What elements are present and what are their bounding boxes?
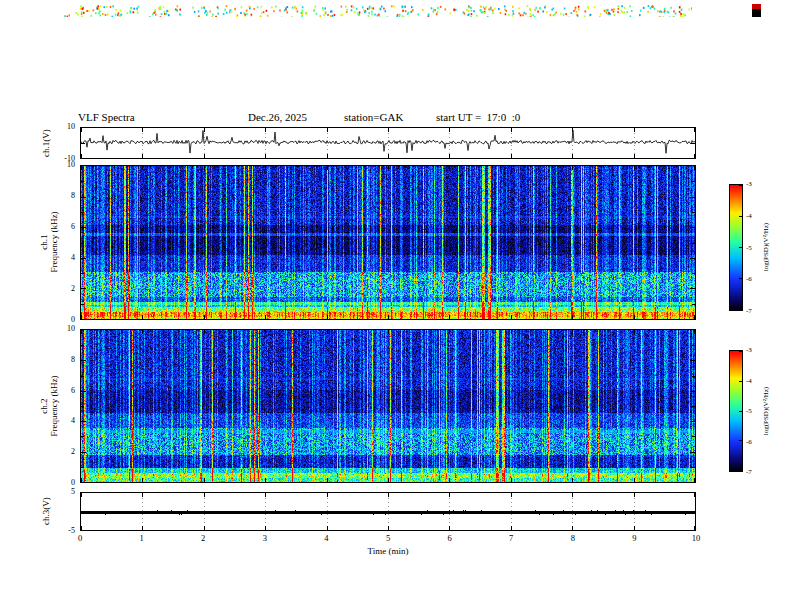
ch2-spectrogram-panel bbox=[80, 329, 696, 483]
y-tick-label: 0 bbox=[48, 315, 75, 324]
ch2-spectrogram-canvas bbox=[81, 330, 695, 482]
plot-start-ut: start UT = 17:0 :0 bbox=[436, 111, 520, 123]
colorbar-2 bbox=[729, 350, 743, 472]
y-tick-label: 5 bbox=[48, 487, 75, 496]
y-tick-label: 2 bbox=[48, 447, 75, 456]
y-tick-label: 2 bbox=[48, 284, 75, 293]
ch1-waveform-canvas bbox=[81, 128, 695, 158]
ch3-wave-ylabel: ch.3(V) bbox=[41, 497, 51, 525]
plot-date: Dec.26, 2025 bbox=[248, 111, 307, 123]
top-edge-colorbar-fragment bbox=[752, 4, 761, 17]
x-tick-label: 1 bbox=[139, 533, 143, 543]
colorbar-tick-label: -5 bbox=[746, 407, 752, 415]
ch1-spec-ylabel: ch.1 Frequency (kHz) bbox=[39, 211, 60, 272]
ch2-spec-ylabel-line2: Frequency (kHz) bbox=[49, 375, 59, 436]
x-tick-label: 5 bbox=[386, 533, 390, 543]
plot-title: VLF Spectra bbox=[78, 111, 135, 123]
ch1-spectrogram-panel bbox=[80, 165, 696, 320]
ch3-waveform-canvas bbox=[81, 493, 695, 530]
y-tick-label: 10 bbox=[48, 122, 75, 131]
colorbar-2-canvas bbox=[730, 351, 742, 471]
vlf-spectra-figure: VLF Spectra Dec.26, 2025 station=GAK sta… bbox=[0, 0, 792, 612]
y-tick-label: 10 bbox=[48, 324, 75, 333]
x-tick-label: 8 bbox=[571, 533, 575, 543]
ch1-waveform-panel bbox=[80, 127, 696, 159]
x-tick-label: 10 bbox=[692, 533, 701, 543]
colorbar-2-label: log(PSD)(V²/Hz) bbox=[762, 387, 770, 435]
y-tick-label: 0 bbox=[48, 478, 75, 487]
ch3-waveform-panel bbox=[80, 492, 696, 531]
ch1-spectrogram-canvas bbox=[81, 166, 695, 319]
x-axis-tick-labels: 012345678910 bbox=[80, 533, 696, 545]
ch2-spec-ylabel: ch.2 Frequency (kHz) bbox=[39, 375, 60, 436]
x-tick-label: 3 bbox=[263, 533, 267, 543]
colorbar-tick-label: -6 bbox=[746, 275, 752, 283]
x-tick-label: 0 bbox=[78, 533, 82, 543]
colorbar-tick-label: -6 bbox=[746, 438, 752, 446]
ch3-wave-ytick-labels: 5-5 bbox=[50, 492, 77, 531]
time-axis-label: Time (min) bbox=[80, 546, 696, 556]
x-tick-label: 7 bbox=[509, 533, 513, 543]
y-tick-label: 8 bbox=[48, 191, 75, 200]
ch1-spec-ylabel-line2: Frequency (kHz) bbox=[49, 211, 59, 272]
x-tick-label: 6 bbox=[447, 533, 451, 543]
ch1-spec-ylabel-line1: ch.1 bbox=[39, 234, 49, 249]
x-tick-label: 9 bbox=[632, 533, 636, 543]
x-tick-label: 4 bbox=[324, 533, 328, 543]
colorbar-tick-label: -4 bbox=[746, 212, 752, 220]
colorbar-tick-label: -4 bbox=[746, 377, 752, 385]
colorbar-1-canvas bbox=[730, 185, 742, 310]
colorbar-tick-label: -3 bbox=[746, 346, 752, 354]
y-tick-label: 10 bbox=[48, 160, 75, 169]
colorbar-tick-label: -5 bbox=[746, 244, 752, 252]
ch1-wave-ylabel: ch.1(V) bbox=[41, 129, 51, 157]
colorbar-1-label: log(PSD)(V²/Hz) bbox=[762, 223, 770, 271]
colorbar-tick-label: -7 bbox=[746, 468, 752, 476]
y-tick-label: -5 bbox=[48, 526, 75, 535]
colorbar-tick-label: -3 bbox=[746, 180, 752, 188]
top-edge-speckle-canvas bbox=[64, 5, 692, 17]
x-tick-label: 2 bbox=[201, 533, 205, 543]
ch1-wave-ytick-labels: 10-10 bbox=[50, 127, 77, 159]
y-tick-label: 8 bbox=[48, 355, 75, 364]
colorbar-tick-label: -7 bbox=[746, 307, 752, 315]
plot-station: station=GAK bbox=[344, 111, 403, 123]
colorbar-1 bbox=[729, 184, 743, 311]
ch2-spec-ylabel-line1: ch.2 bbox=[39, 398, 49, 413]
